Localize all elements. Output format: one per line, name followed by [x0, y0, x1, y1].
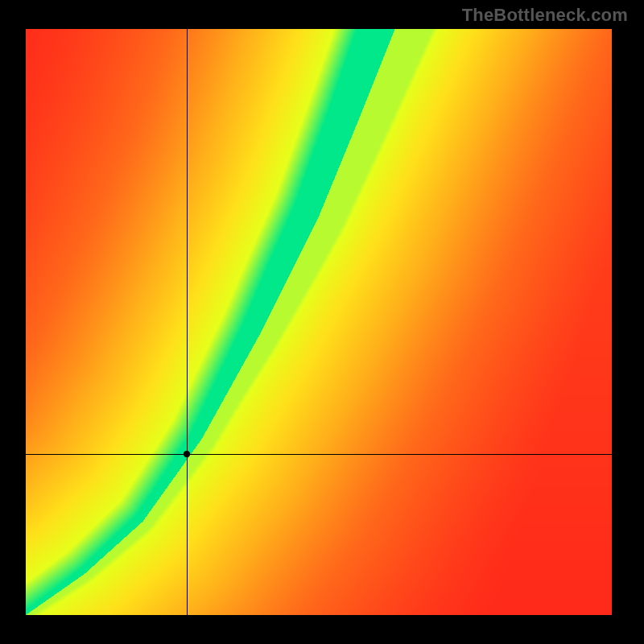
- heatmap-canvas: [26, 29, 612, 615]
- marker-dot: [184, 451, 190, 457]
- watermark-text: TheBottleneck.com: [462, 5, 628, 26]
- crosshair-horizontal: [26, 454, 612, 455]
- crosshair-vertical: [187, 29, 188, 615]
- chart-frame: TheBottleneck.com: [0, 0, 644, 644]
- heatmap-plot: [26, 29, 612, 615]
